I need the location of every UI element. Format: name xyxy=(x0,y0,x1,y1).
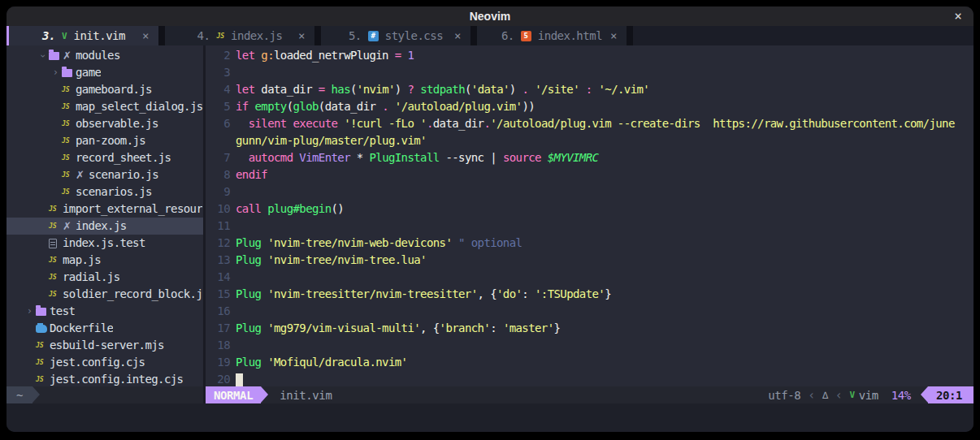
tree-item[interactable]: ›✗modules xyxy=(7,47,203,64)
tree-item[interactable]: JSgameboard.js xyxy=(7,81,203,98)
code-token: ) xyxy=(395,83,408,96)
code-line[interactable]: 20 xyxy=(206,371,973,386)
code-line[interactable]: 10call plug#begin() xyxy=(206,201,973,218)
tree-item[interactable]: JSscenarios.js xyxy=(7,183,203,201)
tab-close-icon[interactable]: × xyxy=(610,29,617,42)
code-line[interactable]: 14 xyxy=(206,269,973,286)
code-token: autocmd xyxy=(249,151,293,164)
code-line[interactable]: 2let g:loaded_netrwPlugin = 1 xyxy=(206,47,973,64)
js-icon: JS xyxy=(49,269,57,286)
line-number: 3 xyxy=(206,64,230,81)
tree-item[interactable]: JSjest.config.cjs xyxy=(7,354,203,371)
tab-label: index.html xyxy=(538,29,602,42)
editor-buffer[interactable]: 2let g:loaded_netrwPlugin = 134let data_… xyxy=(206,45,973,386)
tree-icon-slot: JS xyxy=(36,371,50,386)
tree-icon-slot: JS xyxy=(62,81,76,98)
tree-item[interactable]: JSsoldier_record_block.j xyxy=(7,286,203,303)
tree-icon-slot xyxy=(62,69,76,77)
tree-item[interactable]: JSmap_select_dialog.js xyxy=(7,98,203,115)
code-token: --sync | xyxy=(440,151,503,164)
code-token: Plug xyxy=(236,253,261,266)
tree-icon-slot: JS xyxy=(62,115,76,132)
code-token: 'nvim-tree/nvim-tree.lua' xyxy=(267,253,427,266)
tree-item-label: index.js xyxy=(76,218,127,235)
file-tree-panel[interactable]: ›✗modules›gameJSgameboard.jsJSmap_select… xyxy=(7,45,203,386)
tab-close-icon[interactable]: × xyxy=(454,29,461,42)
tree-item-label: game xyxy=(76,64,101,81)
statusline-spacer xyxy=(332,386,768,403)
tree-icon-slot: JS xyxy=(49,286,63,303)
tab-init.vim[interactable]: 3.Vinit.vim× xyxy=(9,26,158,45)
tree-item[interactable]: JSimport_external_resour xyxy=(7,201,203,218)
chevron-right-icon[interactable]: › xyxy=(49,64,62,81)
main-area: ›✗modules›gameJSgameboard.jsJSmap_select… xyxy=(7,45,973,386)
window-close-icon[interactable]: × xyxy=(954,6,962,26)
tree-item[interactable]: JS✗scenario.js xyxy=(7,166,203,183)
code-line[interactable]: 8endif xyxy=(206,166,973,183)
main-statusline: NORMAL init.vim utf-8 ‹ ∆ ‹ V vim 14% 20… xyxy=(206,386,973,403)
tree-item[interactable]: JS✗index.js xyxy=(7,218,203,235)
code-line[interactable]: 15Plug 'nvim-treesitter/nvim-treesitter'… xyxy=(206,286,973,303)
tab-style.css[interactable]: 5.#style.css× xyxy=(321,26,470,45)
code-token: * xyxy=(350,151,370,164)
code-token: 'mg979/vim-visual-multi' xyxy=(267,321,420,334)
line-number: 19 xyxy=(206,354,230,371)
code-line[interactable]: 4let data_dir = has('nvim') ? stdpath('d… xyxy=(206,81,973,98)
tree-item[interactable]: JSradial.js xyxy=(7,269,203,286)
tree-item-label: index.js.test xyxy=(63,235,145,252)
tree-item[interactable]: JSpan-zoom.js xyxy=(7,132,203,149)
tree-icon-slot: JS xyxy=(36,354,50,371)
code-text: call plug#begin() xyxy=(236,201,973,218)
js-icon: JS xyxy=(49,252,57,269)
encoding-label: utf-8 xyxy=(768,389,800,402)
command-line[interactable] xyxy=(7,403,973,432)
code-token: empty xyxy=(255,100,287,113)
code-line[interactable]: 9 xyxy=(206,183,973,201)
code-line[interactable]: 18 xyxy=(206,337,973,354)
line-number: 8 xyxy=(206,166,230,183)
code-line[interactable]: 12Plug 'nvim-tree/nvim-web-devicons' " o… xyxy=(206,235,973,252)
code-line[interactable]: 19Plug 'Mofiqul/dracula.nvim' xyxy=(206,354,973,371)
code-token: '/autoload/plug.vim --create-dirs https:… xyxy=(490,117,955,130)
code-token: ':TSUpdate' xyxy=(535,287,605,300)
code-line[interactable]: gunn/vim-plug/master/plug.vim' xyxy=(206,132,973,149)
tree-item[interactable]: index.js.test xyxy=(7,235,203,252)
tree-item[interactable]: JSrecord_sheet.js xyxy=(7,149,203,166)
tree-item[interactable]: Dockerfile xyxy=(7,320,203,337)
line-number: 14 xyxy=(206,269,230,286)
code-line[interactable]: 7 autocmd VimEnter * PlugInstall --sync … xyxy=(206,149,973,166)
tree-item[interactable]: JSjest.config.integ.cjs xyxy=(7,371,203,386)
tab-close-icon[interactable]: × xyxy=(142,29,149,42)
tree-icon-slot xyxy=(49,52,63,60)
code-line[interactable]: 11 xyxy=(206,218,973,235)
code-text: Plug 'Mofiqul/dracula.nvim' xyxy=(236,354,973,371)
js-icon: JS xyxy=(36,354,44,371)
code-token: 'nvim' xyxy=(357,83,395,96)
tree-item-label: gameboard.js xyxy=(76,81,152,98)
tree-item[interactable]: JSobservable.js xyxy=(7,115,203,132)
tree-icon-slot: JS xyxy=(62,149,76,166)
tree-item[interactable]: JSmap.js xyxy=(7,252,203,269)
code-line[interactable]: 5if empty(glob(data_dir . '/autoload/plu… xyxy=(206,98,973,115)
tab-index.html[interactable]: 6.5index.html× xyxy=(477,26,627,45)
code-line[interactable]: 6 silent execute '!curl -fLo '.data_dir.… xyxy=(206,115,973,132)
code-token xyxy=(261,321,267,334)
tree-item[interactable]: ›game xyxy=(7,64,203,81)
code-text: let data_dir = has('nvim') ? stdpath('da… xyxy=(236,81,973,98)
code-token xyxy=(261,287,267,300)
tree-item[interactable]: ›test xyxy=(7,303,203,320)
code-token xyxy=(261,236,267,249)
tab-index.js[interactable]: 4.JSindex.js× xyxy=(165,26,314,45)
chevron-right-icon[interactable]: › xyxy=(23,303,36,320)
code-line[interactable]: 17Plug 'mg979/vim-visual-multi', {'branc… xyxy=(206,320,973,337)
tree-icon-slot: JS xyxy=(62,98,76,115)
tab-close-icon[interactable]: × xyxy=(298,29,305,42)
code-line[interactable]: 13Plug 'nvim-tree/nvim-tree.lua' xyxy=(206,252,973,269)
code-line[interactable]: 3 xyxy=(206,64,973,81)
code-text xyxy=(236,337,973,354)
code-token xyxy=(579,83,586,96)
code-line[interactable]: 16 xyxy=(206,303,973,320)
code-token: " optional xyxy=(458,236,522,249)
code-token: ( xyxy=(319,100,325,113)
tree-item[interactable]: JSesbuild-server.mjs xyxy=(7,337,203,354)
